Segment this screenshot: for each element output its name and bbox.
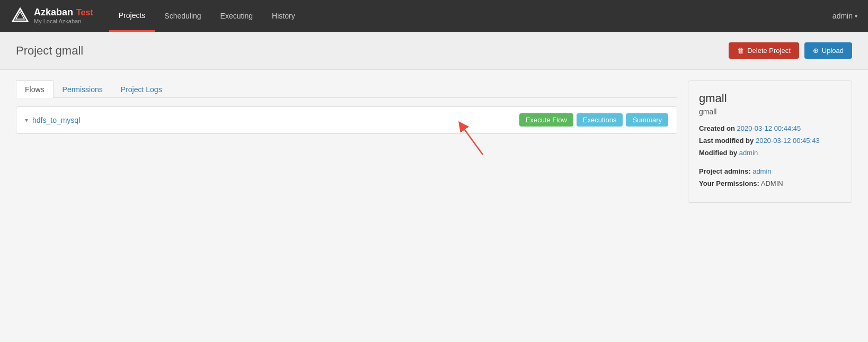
chevron-down-icon: ▾: [25, 116, 28, 124]
your-permissions-label: Your Permissions:: [699, 179, 759, 187]
tab-permissions[interactable]: Permissions: [54, 80, 112, 98]
info-divider: [699, 161, 841, 167]
brand: Azkaban Test My Local Azkaban: [11, 6, 93, 25]
tab-project-logs[interactable]: Project Logs: [112, 80, 171, 98]
brand-azkaban: Azkaban: [34, 7, 73, 19]
page-title: Project gmall: [16, 44, 83, 58]
nav-history[interactable]: History: [262, 0, 305, 32]
right-panel: gmall gmall Created on 2020-03-12 00:44:…: [688, 80, 852, 203]
nav-scheduling[interactable]: Scheduling: [155, 0, 210, 32]
last-modified-row: Last modified by 2020-03-12 00:45:43: [699, 137, 841, 145]
user-dropdown-arrow: ▾: [855, 13, 857, 19]
flow-list: ▾ hdfs_to_mysql Execute Flow Executions …: [16, 106, 677, 134]
modified-by-row: Modified by admin: [699, 149, 841, 157]
main-content: Flows Permissions Project Logs ▾ hdfs_to…: [0, 70, 868, 213]
your-permissions-row: Your Permissions: ADMIN: [699, 179, 841, 187]
created-on-row: Created on 2020-03-12 00:44:45: [699, 124, 841, 132]
executions-button[interactable]: Executions: [577, 113, 623, 127]
project-admins-row: Project admins: admin: [699, 167, 841, 175]
nav-projects[interactable]: Projects: [109, 0, 155, 32]
tabs: Flows Permissions Project Logs: [16, 80, 677, 98]
project-info-subtitle: gmall: [699, 107, 841, 116]
flow-name: hdfs_to_mysql: [32, 116, 519, 124]
upload-button[interactable]: ⊕ Upload: [804, 42, 852, 59]
brand-subtitle: My Local Azkaban: [34, 18, 93, 25]
brand-name: Azkaban Test: [34, 7, 93, 19]
username: admin: [832, 12, 853, 20]
summary-button[interactable]: Summary: [626, 113, 668, 127]
delete-project-button[interactable]: 🗑 Delete Project: [729, 42, 799, 59]
modified-by-value: admin: [739, 149, 758, 157]
user-menu[interactable]: admin ▾: [832, 12, 857, 20]
left-panel: Flows Permissions Project Logs ▾ hdfs_to…: [16, 80, 677, 203]
navbar: Azkaban Test My Local Azkaban Projects S…: [0, 0, 868, 32]
nav-links: Projects Scheduling Executing History: [109, 0, 832, 32]
project-info-title: gmall: [699, 92, 841, 105]
brand-test: Test: [76, 7, 93, 17]
last-modified-label: Last modified by: [699, 137, 754, 145]
header-buttons: 🗑 Delete Project ⊕ Upload: [729, 42, 852, 59]
your-permissions-value: ADMIN: [761, 179, 783, 187]
nav-executing[interactable]: Executing: [211, 0, 262, 32]
project-admins-label: Project admins:: [699, 167, 751, 175]
tab-flows[interactable]: Flows: [16, 80, 54, 98]
created-on-value: 2020-03-12 00:44:45: [737, 124, 801, 132]
flow-action-buttons: Execute Flow Executions Summary: [519, 113, 668, 127]
last-modified-value: 2020-03-12 00:45:43: [756, 137, 820, 145]
azkaban-logo: [11, 6, 30, 25]
project-admins-value: admin: [752, 167, 771, 175]
page-header: Project gmall 🗑 Delete Project ⊕ Upload: [0, 32, 868, 70]
execute-flow-button[interactable]: Execute Flow: [519, 113, 573, 127]
flow-row-wrapper: ▾ hdfs_to_mysql Execute Flow Executions …: [16, 107, 677, 133]
trash-icon: 🗑: [737, 47, 744, 55]
table-row: ▾ hdfs_to_mysql Execute Flow Executions …: [16, 107, 677, 133]
created-on-label: Created on: [699, 124, 735, 132]
upload-icon: ⊕: [813, 47, 819, 55]
brand-text: Azkaban Test My Local Azkaban: [34, 7, 93, 25]
modified-by-label: Modified by: [699, 149, 737, 157]
